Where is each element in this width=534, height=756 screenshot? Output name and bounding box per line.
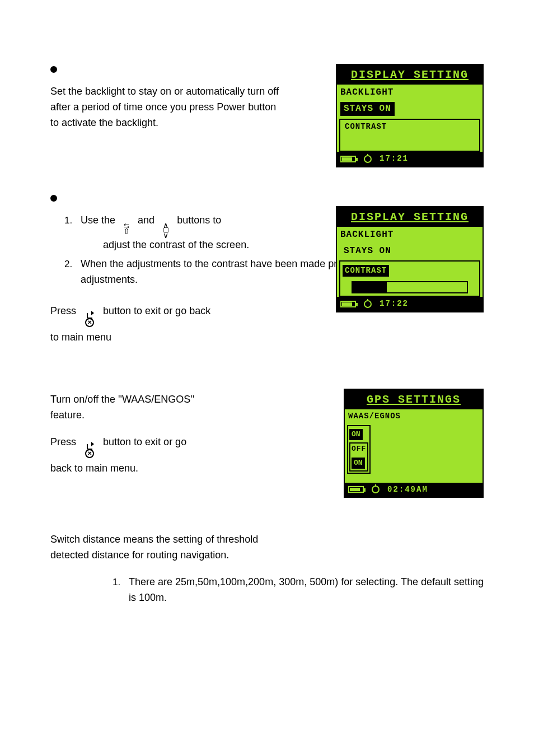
lcd-footer: 17:22 (337, 297, 483, 311)
lcd-title: DISPLAY SETTING (337, 207, 483, 227)
contrast-bar (352, 281, 468, 293)
lcd-time: 02:49AM (387, 484, 428, 496)
lcd-display-contrast: DISPLAY SETTING BACKLIGHT STAYS ON CONTR… (336, 206, 484, 312)
lcd-title: DISPLAY SETTING (337, 65, 483, 85)
up-split-key-icon: ⇆ ⇧ (119, 217, 134, 234)
esc-button-icon: ✕ (81, 444, 98, 461)
lcd-row-waas: WAAS/EGNOS (345, 409, 483, 424)
esc-button-icon: ✕ (81, 313, 98, 330)
lcd-display-gps: GPS SETTINGS WAAS/EGNOS ON OFF ON 02:49A… (344, 389, 484, 498)
battery-icon (348, 486, 364, 493)
opt-off: OFF (352, 444, 366, 455)
lcd-time: 17:21 (380, 153, 409, 165)
opt-on-selected: ON (349, 429, 363, 440)
bullet-icon (50, 66, 57, 73)
li-text: buttons to (177, 214, 221, 226)
press-label: Press (50, 436, 76, 447)
waas-description: Turn on/off the ''WAAS/ENGOS'' feature. (50, 392, 229, 423)
contrast-bar-fill (353, 282, 387, 292)
backlight-description: Set the backlight to stay on or automati… (50, 84, 285, 131)
lcd-footer: 17:21 (337, 152, 483, 166)
li-text: Use the (81, 214, 115, 226)
satellite-icon (364, 300, 372, 308)
satellite-icon (364, 155, 372, 163)
opt-on: ON (352, 458, 365, 469)
battery-icon (340, 156, 356, 162)
down-mark-key-icon: ∧ ▢ ∨ (158, 221, 173, 237)
lcd-row-stays-on: STAYS ON (337, 243, 483, 259)
press-exit-line-2: to main menu (50, 330, 484, 346)
lcd-box-contrast: CONTRAST (339, 119, 480, 152)
press-label: Press (50, 305, 76, 316)
lcd-row-contrast: CONTRAST (343, 121, 477, 133)
lcd-box-contrast: CONTRAST (339, 260, 480, 297)
lcd-row-backlight: BACKLIGHT (337, 227, 483, 243)
press-text: button to exit or go (103, 436, 186, 447)
lcd-option-box: ON OFF ON (347, 425, 371, 474)
list-item: There are 25m,50m,100m,200m, 300m, 500m)… (123, 575, 484, 606)
lcd-display-backlight: DISPLAY SETTING BACKLIGHT STAYS ON CONTR… (336, 64, 484, 167)
bullet-icon (50, 195, 57, 202)
lcd-row-backlight: BACKLIGHT (337, 85, 483, 101)
li-text: There are 25m,50m,100m,200m, 300m, 500m)… (129, 576, 484, 603)
press-text: button to exit or go back (103, 305, 210, 316)
switch-distance-list: There are 25m,50m,100m,200m, 300m, 500m)… (50, 575, 484, 606)
lcd-row-contrast-selected: CONTRAST (343, 265, 389, 277)
lcd-footer: 02:49AM (345, 483, 483, 497)
satellite-icon (372, 486, 380, 493)
lcd-time: 17:22 (380, 298, 409, 310)
li-text: and (138, 214, 154, 226)
lcd-row-stays-on: STAYS ON (340, 102, 395, 116)
lcd-title: GPS SETTINGS (345, 390, 483, 409)
battery-icon (340, 301, 356, 307)
switch-distance-description: Switch distance means the setting of thr… (50, 532, 291, 563)
